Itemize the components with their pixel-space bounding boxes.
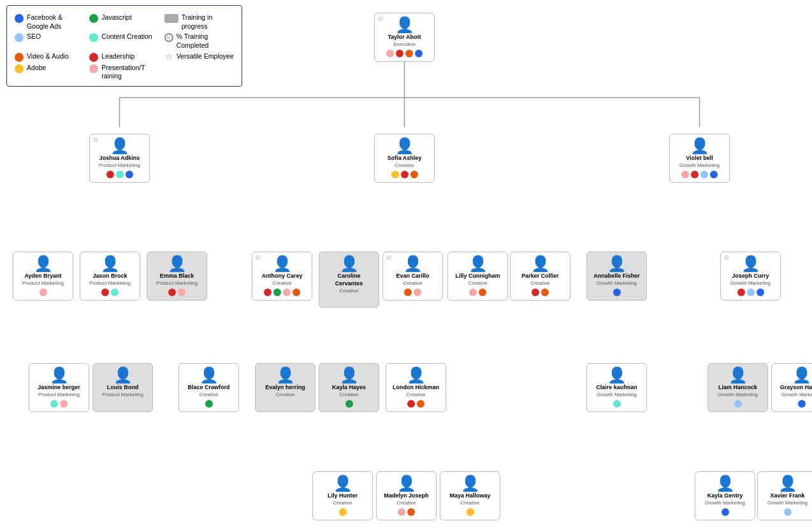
- skills-annabelle: [613, 289, 621, 297]
- skill-dot: [734, 400, 742, 408]
- versatile-star: ☆: [164, 53, 173, 62]
- javascript-dot: [89, 14, 98, 23]
- avatar-sofia: 👤: [395, 138, 414, 154]
- dept-grayson: Growth Marketing: [781, 392, 812, 398]
- avatar-madelyn: 👤: [397, 475, 416, 492]
- skill-dot: [106, 171, 114, 178]
- star-badge: ☆: [386, 253, 392, 262]
- skill-dot: [721, 508, 729, 516]
- skill-dot: [541, 289, 549, 296]
- node-maya: 👤Maya HallowayCreative: [440, 471, 500, 520]
- dept-parker: Creative: [531, 280, 550, 287]
- legend-label-js: Javascript: [101, 13, 131, 22]
- legend-item-fb: Facebook & Google Ads: [15, 13, 84, 31]
- avatar-evan: 👤: [403, 255, 423, 272]
- legend-label-training: Training in progress: [182, 13, 234, 31]
- avatar-grayson: 👤: [792, 367, 811, 383]
- avatar-claire: 👤: [607, 367, 627, 383]
- star-badge: ☆: [92, 136, 99, 144]
- avatar-london: 👤: [407, 367, 426, 383]
- skill-dot: [178, 289, 185, 296]
- dept-emma: Product Marketing: [156, 280, 198, 287]
- name-london: London Hickman: [393, 384, 439, 392]
- skill-dot: [111, 289, 119, 296]
- avatar-anthony: 👤: [273, 255, 292, 272]
- avatar-ayden: 👤: [34, 255, 53, 272]
- skills-madelyn: [398, 508, 415, 517]
- name-anthony: Anthony Carey: [261, 273, 302, 280]
- legend-item-content: Content Creation: [89, 32, 159, 50]
- skills-grayson: [798, 400, 806, 408]
- skill-dot: [405, 50, 413, 57]
- avatar-parker: 👤: [531, 255, 550, 272]
- name-lily: Lily Hunter: [328, 492, 358, 500]
- avatar-joseph: 👤: [741, 255, 760, 272]
- skills-claire: [613, 400, 621, 408]
- dept-maya: Creative: [461, 500, 480, 506]
- dept-caroline: Creative: [340, 288, 359, 294]
- skills-evan: [404, 289, 421, 297]
- content-dot: [89, 33, 98, 42]
- name-jason: Jason Brock: [92, 273, 127, 280]
- skill-dot: [479, 289, 486, 296]
- dept-jason: Product Marketing: [89, 280, 131, 287]
- node-claire: 👤Claire kaufmanGrowth Marketing: [586, 363, 647, 412]
- skill-dot: [391, 171, 399, 178]
- name-liam: Liam Hancock: [718, 384, 757, 392]
- skill-dot: [415, 50, 423, 57]
- node-jasmine: 👤Jasmine bergerProduct Marketing: [29, 363, 89, 412]
- node-kayla_g: 👤Kayla GentryGrowth Marketing: [695, 471, 755, 520]
- skills-joshua: [106, 171, 133, 179]
- skill-dot: [613, 289, 621, 296]
- dept-jasmine: Product Marketing: [38, 392, 80, 398]
- node-lilly: 👤Lilly CunnighamCreative: [447, 252, 508, 301]
- video-dot: [15, 53, 24, 62]
- node-parker: 👤Parker CollierCreative: [510, 252, 570, 301]
- avatar-maya: 👤: [461, 475, 480, 492]
- name-emma: Emma Black: [160, 273, 194, 280]
- dept-sofia: Creative: [395, 162, 414, 169]
- star-badge: ☆: [723, 253, 730, 262]
- skill-dot: [401, 171, 409, 178]
- fb-google-dot: [15, 14, 24, 23]
- pct-circle: %: [164, 33, 173, 42]
- skills-sofia: [391, 171, 418, 179]
- legend-label-presentation: Presentation/T raining: [101, 64, 159, 81]
- dept-lilly: Creative: [468, 280, 488, 287]
- legend-item-js: Javascript: [89, 13, 159, 31]
- node-caroline: 👤Caroline CervantesCreative: [319, 252, 379, 308]
- skill-dot: [40, 289, 47, 296]
- node-jason: 👤Jason BrockProduct Marketing: [80, 252, 140, 301]
- dept-claire: Growth Marketing: [597, 392, 637, 398]
- skill-dot: [396, 50, 403, 57]
- avatar-annabelle: 👤: [607, 255, 627, 272]
- legend-item-seo: SEO: [15, 32, 84, 50]
- dept-liam: Growth Marketing: [718, 392, 758, 398]
- avatar-taylor: 👤: [395, 17, 414, 33]
- skills-jason: [101, 289, 119, 297]
- skill-dot: [414, 289, 421, 296]
- name-sofia: Sofia Ashley: [388, 155, 422, 162]
- name-kayla_g: Kayla Gentry: [707, 492, 743, 500]
- legend-label-video: Video & Audio: [27, 52, 69, 61]
- name-lilly: Lilly Cunnigham: [455, 273, 500, 280]
- seo-dot: [15, 33, 24, 42]
- avatar-louis: 👤: [113, 367, 133, 383]
- dept-kayla_g: Growth Marketing: [705, 500, 745, 506]
- skill-dot: [784, 508, 792, 516]
- avatar-caroline: 👤: [340, 255, 359, 272]
- skill-dot: [345, 400, 353, 408]
- skill-dot: [691, 171, 699, 178]
- node-ayden: 👤Ayden BryantProduct Marketing: [13, 252, 73, 301]
- avatar-joshua: 👤: [110, 138, 129, 154]
- skill-dot: [410, 171, 418, 178]
- star-badge: ☆: [255, 253, 261, 262]
- name-xavier: Xavier Frank: [770, 492, 804, 500]
- dept-violet: Growth Marketing: [679, 162, 720, 169]
- skill-dot: [116, 171, 124, 178]
- name-joshua: Joshua Adkins: [99, 155, 140, 162]
- legend-item-video: Video & Audio: [15, 52, 84, 62]
- node-violet: 👤Violet bellGrowth Marketing: [669, 134, 730, 183]
- dept-evalyn: Creative: [276, 392, 295, 398]
- name-evan: Evan Carillo: [396, 273, 429, 280]
